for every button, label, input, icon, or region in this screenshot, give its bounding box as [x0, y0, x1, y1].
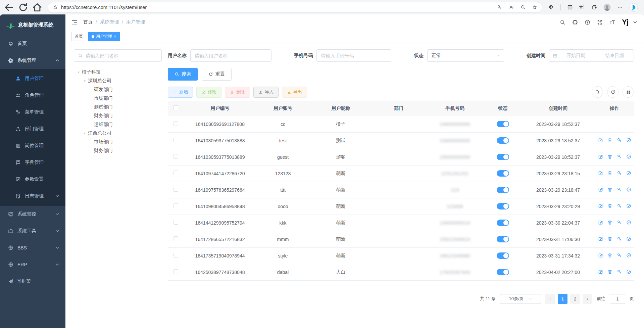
row-delete-icon[interactable] [607, 187, 612, 192]
row-delete-icon[interactable] [607, 138, 612, 143]
font-size-icon[interactable] [609, 19, 615, 25]
row-delete-icon[interactable] [607, 253, 612, 258]
row-edit-icon[interactable] [598, 236, 603, 241]
search-icon[interactable] [560, 19, 565, 25]
row-edit-icon[interactable] [598, 171, 603, 176]
tree-node[interactable]: 运维部门 [74, 120, 162, 129]
page-size-select[interactable]: 10条/页 [500, 294, 541, 304]
row-delete-icon[interactable] [607, 269, 612, 274]
row-assign-icon[interactable] [626, 171, 631, 176]
row-assign-icon[interactable] [626, 203, 631, 208]
sidebar-item-param-settings[interactable]: 参数设置 [0, 171, 65, 188]
status-toggle[interactable] [497, 170, 509, 177]
add-button[interactable]: 新增 [168, 87, 193, 98]
import-button[interactable]: 导入 [253, 87, 279, 98]
sidebar-item-erp[interactable]: ERP [0, 256, 65, 273]
status-toggle[interactable] [497, 187, 509, 193]
sidebar-item-yi-framework[interactable]: Yi框架 [0, 273, 65, 290]
tree-expand-icon[interactable] [75, 71, 82, 74]
status-toggle[interactable] [497, 252, 509, 259]
row-edit-icon[interactable] [598, 269, 603, 274]
row-reset-password-icon[interactable] [617, 236, 622, 241]
sidebar-item-post-management[interactable]: 岗位管理 [0, 137, 65, 154]
row-checkbox[interactable] [174, 220, 178, 225]
search-button[interactable]: 搜索 [168, 68, 198, 81]
row-assign-icon[interactable] [626, 269, 631, 274]
status-toggle[interactable] [497, 269, 509, 275]
status-toggle[interactable] [497, 220, 509, 226]
sidebar-item-home[interactable]: 首页 [0, 35, 65, 52]
row-reset-password-icon[interactable] [617, 253, 622, 258]
goto-page-input[interactable] [610, 294, 625, 304]
zoom-out-icon[interactable] [521, 5, 526, 10]
extensions-icon[interactable] [548, 4, 554, 10]
favorite-add-icon[interactable] [532, 5, 537, 10]
row-checkbox[interactable] [174, 138, 178, 142]
status-select[interactable]: 正常 [427, 49, 504, 62]
tree-node[interactable]: 财务部门 [74, 111, 162, 120]
row-reset-password-icon[interactable] [617, 220, 622, 225]
export-button[interactable]: 导出 [282, 87, 307, 98]
row-checkbox[interactable] [174, 187, 178, 192]
collapse-sidebar-icon[interactable] [71, 19, 78, 26]
row-delete-icon[interactable] [607, 220, 612, 225]
sidebar-item-dict-management[interactable]: 字典管理 [0, 154, 65, 171]
prev-page-button[interactable]: ‹ [545, 294, 555, 304]
next-page-button[interactable]: › [583, 294, 592, 304]
sidebar-item-bbs[interactable]: BBS [0, 239, 65, 256]
toolbar-refresh-button[interactable] [607, 86, 618, 98]
row-checkbox[interactable] [174, 236, 178, 241]
sidebar-item-system-tools[interactable]: 系统工具 [0, 223, 65, 239]
page-button-2[interactable]: 2 [570, 294, 580, 304]
split-screen-icon[interactable] [567, 4, 573, 10]
row-assign-icon[interactable] [626, 138, 631, 143]
row-delete-icon[interactable] [607, 154, 612, 159]
username-input[interactable] [195, 53, 267, 58]
sidebar-item-dept-management[interactable]: 部门管理 [0, 121, 65, 137]
url-text[interactable]: https://ccnetcore.com:1101/system/user [61, 5, 147, 10]
tab-close-icon[interactable]: × [114, 34, 116, 39]
sidebar-item-menu-management[interactable]: 菜单管理 [0, 104, 65, 121]
start-date-placeholder[interactable]: 开始日期 [560, 53, 592, 59]
user-avatar[interactable]: Yj [622, 18, 628, 27]
help-icon[interactable] [585, 19, 590, 25]
row-checkbox[interactable] [174, 121, 178, 126]
select-all-checkbox[interactable] [174, 105, 178, 110]
row-checkbox[interactable] [174, 253, 178, 257]
row-edit-icon[interactable] [598, 154, 603, 159]
row-delete-icon[interactable] [607, 203, 612, 208]
sidebar-item-role-management[interactable]: 角色管理 [0, 87, 65, 104]
row-reset-password-icon[interactable] [617, 138, 622, 143]
tree-node[interactable]: 江西总公司 [74, 129, 162, 138]
collections-icon[interactable] [591, 4, 597, 10]
fullscreen-icon[interactable] [597, 19, 603, 25]
page-button-1[interactable]: 1 [558, 294, 567, 304]
tab-inactive[interactable]: 首页 [71, 32, 86, 41]
modify-button[interactable]: 修改 [196, 87, 221, 98]
phone-input[interactable] [321, 53, 387, 58]
status-toggle[interactable] [497, 154, 509, 160]
tree-node[interactable]: 橙子科技 [74, 68, 162, 77]
toolbar-search-button[interactable] [592, 86, 603, 98]
row-reset-password-icon[interactable] [617, 171, 622, 176]
refresh-icon[interactable] [17, 2, 29, 13]
tree-node[interactable]: 测试部门 [74, 103, 162, 111]
row-reset-password-icon[interactable] [617, 154, 622, 159]
status-toggle[interactable] [497, 236, 509, 242]
chevron-down-icon[interactable] [632, 19, 638, 25]
row-delete-icon[interactable] [607, 236, 612, 241]
row-edit-icon[interactable] [598, 220, 603, 225]
back-icon[interactable] [3, 2, 15, 13]
sidebar-item-system-management[interactable]: 系统管理 [0, 52, 65, 69]
row-edit-icon[interactable] [598, 253, 603, 258]
key-icon[interactable] [497, 5, 502, 10]
tab-active[interactable]: 用户管理× [88, 32, 120, 41]
tree-node[interactable]: 市场部门 [74, 94, 162, 103]
row-assign-icon[interactable] [626, 154, 631, 159]
tree-node[interactable]: 深圳总公司 [74, 77, 162, 85]
sidebar-item-user-management[interactable]: 用户管理 [0, 70, 65, 87]
more-icon[interactable] [617, 4, 623, 10]
github-icon[interactable] [572, 19, 578, 25]
breadcrumb-item[interactable]: 首页 [83, 19, 93, 25]
home-icon[interactable] [32, 2, 43, 13]
